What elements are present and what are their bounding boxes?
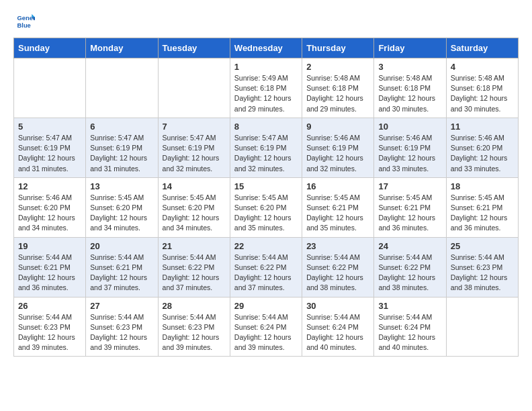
day-number: 9	[306, 122, 369, 132]
calendar-cell	[14, 58, 86, 118]
day-number: 12	[18, 181, 81, 191]
day-header-sunday: Sunday	[14, 38, 86, 58]
calendar-cell: 29Sunrise: 5:44 AM Sunset: 6:24 PM Dayli…	[230, 297, 302, 357]
calendar-cell: 7Sunrise: 5:47 AM Sunset: 6:19 PM Daylig…	[158, 118, 230, 177]
calendar-cell: 1Sunrise: 5:49 AM Sunset: 6:18 PM Daylig…	[230, 58, 302, 118]
calendar-cell: 12Sunrise: 5:46 AM Sunset: 6:20 PM Dayli…	[14, 177, 86, 237]
calendar-cell: 17Sunrise: 5:45 AM Sunset: 6:21 PM Dayli…	[374, 177, 446, 237]
day-number: 18	[451, 181, 514, 191]
calendar-week-row: 19Sunrise: 5:44 AM Sunset: 6:21 PM Dayli…	[14, 237, 519, 297]
day-number: 6	[90, 122, 153, 132]
day-number: 31	[378, 301, 441, 311]
svg-text:Blue: Blue	[17, 22, 31, 29]
day-info: Sunrise: 5:46 AM Sunset: 6:20 PM Dayligh…	[451, 133, 514, 174]
calendar-cell: 24Sunrise: 5:44 AM Sunset: 6:22 PM Dayli…	[374, 237, 446, 297]
day-number: 13	[90, 181, 153, 191]
calendar-cell: 25Sunrise: 5:44 AM Sunset: 6:23 PM Dayli…	[446, 237, 518, 297]
day-number: 27	[90, 301, 153, 311]
day-info: Sunrise: 5:44 AM Sunset: 6:24 PM Dayligh…	[378, 312, 441, 353]
calendar-cell: 20Sunrise: 5:44 AM Sunset: 6:21 PM Dayli…	[86, 237, 158, 297]
day-info: Sunrise: 5:46 AM Sunset: 6:19 PM Dayligh…	[378, 133, 441, 174]
calendar-cell: 5Sunrise: 5:47 AM Sunset: 6:19 PM Daylig…	[14, 118, 86, 177]
calendar-cell: 13Sunrise: 5:45 AM Sunset: 6:20 PM Dayli…	[86, 177, 158, 237]
day-number: 20	[90, 241, 153, 251]
calendar-week-row: 5Sunrise: 5:47 AM Sunset: 6:19 PM Daylig…	[14, 118, 519, 177]
logo-icon: General Blue	[16, 12, 35, 31]
calendar-cell	[446, 297, 518, 357]
calendar-cell	[158, 58, 230, 118]
day-info: Sunrise: 5:49 AM Sunset: 6:18 PM Dayligh…	[234, 73, 298, 114]
day-info: Sunrise: 5:44 AM Sunset: 6:22 PM Dayligh…	[163, 253, 226, 293]
day-info: Sunrise: 5:47 AM Sunset: 6:19 PM Dayligh…	[90, 133, 153, 174]
calendar-week-row: 1Sunrise: 5:49 AM Sunset: 6:18 PM Daylig…	[14, 58, 519, 118]
day-number: 16	[306, 181, 369, 191]
calendar-week-row: 12Sunrise: 5:46 AM Sunset: 6:20 PM Dayli…	[14, 177, 519, 237]
day-info: Sunrise: 5:48 AM Sunset: 6:18 PM Dayligh…	[378, 73, 441, 114]
day-header-friday: Friday	[374, 38, 446, 58]
day-info: Sunrise: 5:44 AM Sunset: 6:22 PM Dayligh…	[378, 253, 441, 293]
day-number: 26	[18, 301, 81, 311]
day-header-saturday: Saturday	[446, 38, 518, 58]
day-number: 24	[378, 241, 441, 251]
calendar-cell: 18Sunrise: 5:45 AM Sunset: 6:21 PM Dayli…	[446, 177, 518, 237]
day-number: 17	[378, 181, 441, 191]
day-header-wednesday: Wednesday	[230, 38, 302, 58]
calendar-week-row: 26Sunrise: 5:44 AM Sunset: 6:23 PM Dayli…	[14, 297, 519, 357]
day-header-monday: Monday	[86, 38, 158, 58]
day-number: 15	[234, 181, 298, 191]
day-number: 5	[18, 122, 81, 132]
day-number: 28	[163, 301, 226, 311]
day-info: Sunrise: 5:48 AM Sunset: 6:18 PM Dayligh…	[306, 73, 369, 114]
calendar-cell: 15Sunrise: 5:45 AM Sunset: 6:20 PM Dayli…	[230, 177, 302, 237]
day-info: Sunrise: 5:48 AM Sunset: 6:18 PM Dayligh…	[451, 73, 514, 114]
day-number: 3	[378, 62, 441, 72]
day-info: Sunrise: 5:46 AM Sunset: 6:19 PM Dayligh…	[306, 133, 369, 174]
day-number: 21	[163, 241, 226, 251]
day-number: 29	[234, 301, 298, 311]
calendar-cell: 9Sunrise: 5:46 AM Sunset: 6:19 PM Daylig…	[302, 118, 374, 177]
day-info: Sunrise: 5:44 AM Sunset: 6:24 PM Dayligh…	[306, 312, 369, 353]
calendar-cell: 21Sunrise: 5:44 AM Sunset: 6:22 PM Dayli…	[158, 237, 230, 297]
day-number: 25	[451, 241, 514, 251]
calendar-cell: 26Sunrise: 5:44 AM Sunset: 6:23 PM Dayli…	[14, 297, 86, 357]
day-info: Sunrise: 5:47 AM Sunset: 6:19 PM Dayligh…	[163, 133, 226, 174]
day-number: 30	[306, 301, 369, 311]
calendar-cell: 19Sunrise: 5:44 AM Sunset: 6:21 PM Dayli…	[14, 237, 86, 297]
calendar-cell: 22Sunrise: 5:44 AM Sunset: 6:22 PM Dayli…	[230, 237, 302, 297]
day-info: Sunrise: 5:45 AM Sunset: 6:20 PM Dayligh…	[163, 193, 226, 234]
calendar-table: SundayMondayTuesdayWednesdayThursdayFrid…	[13, 38, 519, 357]
calendar-cell: 27Sunrise: 5:44 AM Sunset: 6:23 PM Dayli…	[86, 297, 158, 357]
calendar-header-row: SundayMondayTuesdayWednesdayThursdayFrid…	[14, 38, 519, 58]
day-info: Sunrise: 5:44 AM Sunset: 6:21 PM Dayligh…	[18, 253, 81, 293]
day-info: Sunrise: 5:44 AM Sunset: 6:22 PM Dayligh…	[306, 253, 369, 293]
day-info: Sunrise: 5:45 AM Sunset: 6:21 PM Dayligh…	[451, 193, 514, 234]
calendar-cell	[86, 58, 158, 118]
day-info: Sunrise: 5:46 AM Sunset: 6:20 PM Dayligh…	[18, 193, 81, 234]
calendar-cell: 2Sunrise: 5:48 AM Sunset: 6:18 PM Daylig…	[302, 58, 374, 118]
calendar-cell: 11Sunrise: 5:46 AM Sunset: 6:20 PM Dayli…	[446, 118, 518, 177]
day-info: Sunrise: 5:44 AM Sunset: 6:23 PM Dayligh…	[18, 312, 81, 353]
day-number: 4	[451, 62, 514, 72]
day-header-thursday: Thursday	[302, 38, 374, 58]
day-info: Sunrise: 5:45 AM Sunset: 6:21 PM Dayligh…	[306, 193, 369, 234]
day-number: 19	[18, 241, 81, 251]
day-number: 2	[306, 62, 369, 72]
calendar-cell: 23Sunrise: 5:44 AM Sunset: 6:22 PM Dayli…	[302, 237, 374, 297]
day-info: Sunrise: 5:47 AM Sunset: 6:19 PM Dayligh…	[18, 133, 81, 174]
calendar-cell: 8Sunrise: 5:47 AM Sunset: 6:19 PM Daylig…	[230, 118, 302, 177]
day-info: Sunrise: 5:45 AM Sunset: 6:20 PM Dayligh…	[234, 193, 298, 234]
logo: General Blue	[16, 12, 38, 31]
day-number: 8	[234, 122, 298, 132]
calendar-cell: 16Sunrise: 5:45 AM Sunset: 6:21 PM Dayli…	[302, 177, 374, 237]
day-info: Sunrise: 5:45 AM Sunset: 6:20 PM Dayligh…	[90, 193, 153, 234]
day-number: 14	[163, 181, 226, 191]
day-info: Sunrise: 5:44 AM Sunset: 6:22 PM Dayligh…	[234, 253, 298, 293]
calendar-cell: 30Sunrise: 5:44 AM Sunset: 6:24 PM Dayli…	[302, 297, 374, 357]
day-header-tuesday: Tuesday	[158, 38, 230, 58]
day-number: 22	[234, 241, 298, 251]
calendar-cell: 10Sunrise: 5:46 AM Sunset: 6:19 PM Dayli…	[374, 118, 446, 177]
day-number: 1	[234, 62, 298, 72]
day-number: 7	[163, 122, 226, 132]
day-info: Sunrise: 5:44 AM Sunset: 6:23 PM Dayligh…	[163, 312, 226, 353]
day-number: 11	[451, 122, 514, 132]
